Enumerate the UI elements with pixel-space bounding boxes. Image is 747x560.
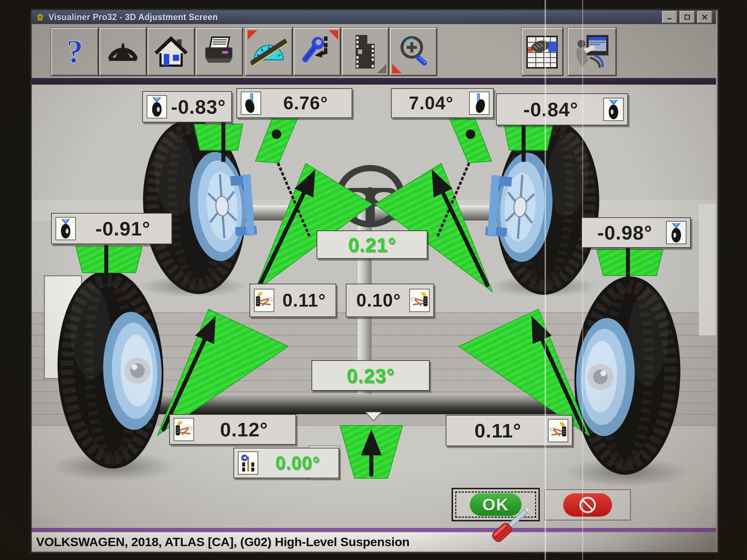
front-total-toe-box: 0.21° (317, 230, 427, 259)
front-right-toe-box: 0.10° (346, 284, 434, 317)
thrust-angle-value: 0.00° (260, 452, 335, 474)
camber-tire-icon (55, 217, 76, 240)
window-controls (662, 11, 712, 23)
question-mark-icon: ? (57, 34, 92, 70)
rear-left-wheel (53, 266, 173, 475)
rear-right-camber-box: -0.98° (581, 217, 691, 248)
rear-total-toe-value: 0.23° (316, 364, 425, 387)
vehicle-spec-text: VOLKSWAGEN, 2018, ATLAS [CA], (G02) High… (36, 535, 410, 549)
thrust-angle-box: 0.00° (233, 448, 339, 478)
help-button[interactable]: ? (51, 28, 98, 76)
rear-axle-bar (146, 394, 609, 414)
gauge-icon (105, 35, 141, 69)
minimize-button[interactable] (662, 11, 677, 23)
measure-button[interactable] (245, 28, 293, 76)
rear-left-camber-box: -0.91° (51, 213, 172, 244)
equipment-button[interactable] (568, 28, 616, 76)
screwdriver-cursor-icon (485, 508, 533, 553)
suspension-icon (409, 289, 430, 312)
front-right-toe-value: 0.10° (350, 290, 407, 311)
red-corner-badge (329, 30, 338, 40)
rack-rail-right (699, 204, 716, 335)
gray-corner-badge (377, 64, 386, 73)
red-corner-badge (392, 64, 402, 73)
maximize-button[interactable] (680, 11, 695, 23)
status-bar: VOLKSWAGEN, 2018, ATLAS [CA], (G02) High… (32, 532, 716, 551)
app-logo-icon (35, 12, 45, 22)
suspension-icon (254, 289, 274, 312)
close-button[interactable] (697, 11, 712, 23)
rear-total-toe-box: 0.23° (311, 360, 430, 391)
video-button[interactable] (341, 28, 389, 76)
front-right-caster-box: 7.04° (391, 88, 494, 118)
spec-table-hand-icon (525, 34, 560, 70)
window-title: Visualiner Pro32 - 3D Adjustment Screen (49, 12, 218, 22)
steering-wheel-icon (331, 160, 409, 234)
rear-right-wheel (565, 272, 685, 482)
toolbar-separator (32, 78, 716, 85)
front-left-camber-value: -0.83° (169, 96, 228, 118)
front-right-camber-box: -0.84° (496, 93, 628, 125)
specs-button[interactable] (522, 28, 563, 76)
status-separator (32, 528, 716, 532)
zoom-button[interactable] (390, 28, 437, 76)
print-button[interactable] (196, 28, 243, 76)
rear-left-toe-value: 0.12° (196, 418, 292, 441)
rear-left-toe-box: 0.12° (169, 414, 296, 445)
camber-tire-icon (147, 95, 167, 118)
camber-tire-icon (603, 98, 624, 121)
rear-right-camber-value: -0.98° (586, 221, 664, 244)
caster-tire-icon (469, 92, 489, 115)
front-right-caster-value: 7.04° (395, 93, 467, 114)
monitor-photo: Visualiner Pro32 - 3D Adjustment Screen … (0, 0, 747, 560)
front-left-caster-value: 6.76° (263, 93, 348, 114)
front-left-toe-box: 0.11° (249, 284, 336, 317)
suspension-icon (174, 418, 194, 441)
suspension-icon (548, 419, 568, 442)
rear-left-camber-value: -0.91° (78, 217, 168, 240)
front-left-camber-box: -0.83° (142, 91, 232, 122)
caster-tire-icon (241, 92, 261, 115)
rear-right-toe-box: 0.11° (446, 415, 573, 446)
red-corner-badge (248, 30, 257, 40)
no-symbol-icon (563, 493, 612, 517)
thrust-angle-icon (238, 451, 258, 475)
camber-tire-icon (666, 221, 686, 244)
rear-right-toe-value: 0.11° (450, 419, 546, 442)
front-total-toe-value: 0.21° (321, 233, 423, 256)
cancel-button[interactable] (544, 489, 631, 521)
aligner-console-icon (572, 33, 612, 71)
title-bar: Visualiner Pro32 - 3D Adjustment Screen (32, 10, 716, 24)
meter-button[interactable] (99, 28, 147, 76)
front-left-toe-value: 0.11° (276, 290, 332, 311)
front-left-caster-box: 6.76° (236, 88, 352, 118)
home-button[interactable] (147, 28, 195, 76)
svg-text:?: ? (66, 34, 83, 70)
front-right-camber-value: -0.84° (500, 98, 601, 121)
adjust-button[interactable] (293, 28, 341, 76)
home-icon (153, 34, 189, 69)
printer-icon (201, 35, 237, 69)
